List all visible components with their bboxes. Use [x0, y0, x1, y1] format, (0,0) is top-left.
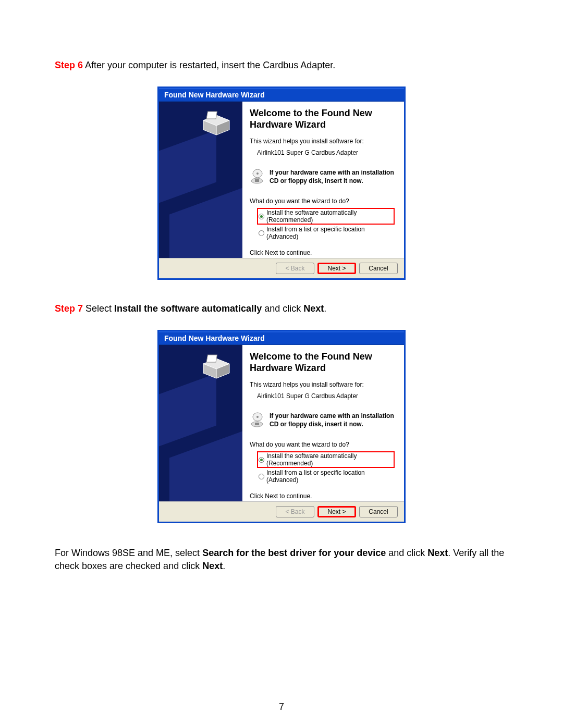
intro-text: This wizard helps you install software f…	[250, 138, 395, 145]
radio-label: Install from a list or specific location…	[266, 226, 393, 240]
step6-instruction: Step 6 After your computer is restarted,…	[55, 60, 508, 71]
radio-group: Install the software automatically (Reco…	[257, 451, 395, 484]
intro-text: This wizard helps you install software f…	[250, 381, 395, 388]
windows98-note: For Windows 98SE and ME, select Search f…	[55, 547, 508, 573]
radio-icon	[259, 457, 264, 463]
wizard-question: What do you want the wizard to do?	[250, 198, 395, 205]
installer-box-icon	[201, 353, 232, 379]
cd-text: If your hardware came with an installati…	[270, 169, 395, 185]
svg-rect-3	[206, 112, 217, 119]
dialog-heading: Welcome to the Found New Hardware Wizard	[250, 108, 395, 130]
step7-label: Step 7	[55, 303, 83, 314]
dialog1-container: Found New Hardware Wizard Welcome to the…	[55, 87, 508, 280]
dialog-title: Found New Hardware Wizard	[164, 334, 265, 342]
radio-option-advanced[interactable]: Install from a list or specific location…	[257, 468, 395, 484]
cancel-button[interactable]: Cancel	[359, 506, 398, 517]
step6-label: Step 6	[55, 60, 83, 70]
device-name: Airlink101 Super G Cardbus Adapter	[257, 149, 395, 156]
svg-point-5	[256, 172, 259, 175]
hardware-wizard-dialog: Found New Hardware Wizard Welcome to the…	[157, 87, 406, 280]
svg-rect-11	[206, 355, 217, 362]
radio-icon	[259, 214, 264, 219]
next-button[interactable]: Next >	[317, 506, 356, 517]
sidebar-decoration	[159, 130, 216, 209]
button-bar: < Back Next > Cancel	[159, 501, 404, 522]
installer-box-icon	[201, 110, 232, 136]
dialog-heading: Welcome to the Found New Hardware Wizard	[250, 351, 395, 374]
cd-notice: If your hardware came with an installati…	[250, 412, 395, 428]
svg-rect-7	[255, 179, 259, 182]
next-button[interactable]: Next >	[317, 263, 356, 274]
radio-group: Install the software automatically (Reco…	[257, 208, 395, 241]
page-number: 7	[0, 701, 563, 712]
radio-option-advanced[interactable]: Install from a list or specific location…	[257, 225, 395, 241]
dialog-titlebar: Found New Hardware Wizard	[159, 331, 404, 345]
button-bar: < Back Next > Cancel	[159, 258, 404, 278]
back-button: < Back	[276, 506, 314, 517]
radio-label: Install the software automatically (Reco…	[266, 209, 393, 224]
dialog-body: Welcome to the Found New Hardware Wizard…	[159, 345, 404, 501]
dialog-titlebar: Found New Hardware Wizard	[159, 88, 404, 102]
wizard-question: What do you want the wizard to do?	[250, 441, 395, 448]
radio-label: Install from a list or specific location…	[266, 469, 393, 484]
step6-text: After your computer is restarted, insert…	[83, 60, 335, 70]
continue-text: Click Next to continue.	[250, 492, 395, 500]
cd-text: If your hardware came with an installati…	[270, 412, 395, 428]
radio-icon	[259, 474, 264, 479]
radio-option-auto[interactable]: Install the software automatically (Reco…	[257, 208, 395, 225]
device-name: Airlink101 Super G Cardbus Adapter	[257, 392, 395, 400]
radio-option-auto[interactable]: Install the software automatically (Reco…	[257, 451, 395, 468]
cancel-button[interactable]: Cancel	[359, 263, 398, 274]
dialog2-container: Found New Hardware Wizard Welcome to the…	[55, 330, 508, 523]
dialog-content: Welcome to the Found New Hardware Wizard…	[242, 102, 404, 258]
svg-point-13	[256, 416, 259, 418]
dialog-sidebar	[159, 345, 242, 501]
radio-icon	[259, 230, 264, 236]
hardware-wizard-dialog: Found New Hardware Wizard Welcome to the…	[157, 330, 406, 523]
dialog-content: Welcome to the Found New Hardware Wizard…	[242, 345, 404, 501]
cd-icon	[250, 412, 265, 428]
dialog-title: Found New Hardware Wizard	[164, 91, 265, 99]
dialog-sidebar	[159, 102, 242, 258]
step7-instruction: Step 7 Select Install the software autom…	[55, 303, 508, 314]
cd-icon	[250, 169, 265, 184]
back-button: < Back	[276, 263, 314, 274]
sidebar-decoration	[159, 374, 216, 452]
radio-label: Install the software automatically (Reco…	[266, 452, 393, 467]
dialog-body: Welcome to the Found New Hardware Wizard…	[159, 102, 404, 258]
cd-notice: If your hardware came with an installati…	[250, 169, 395, 185]
svg-rect-15	[255, 423, 259, 425]
continue-text: Click Next to continue.	[250, 249, 395, 256]
